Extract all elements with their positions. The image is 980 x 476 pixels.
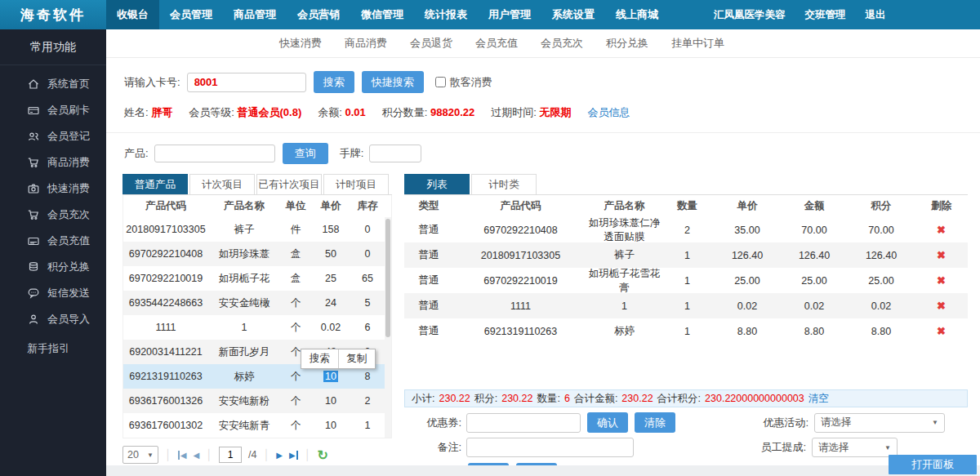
refresh-icon[interactable]: ↻ xyxy=(318,447,328,463)
table-row[interactable]: 6936176001302 安安纯新青 个 10 1 xyxy=(123,413,391,438)
hand-tag-input[interactable] xyxy=(369,145,421,162)
cell-qty: 1 xyxy=(661,250,714,261)
subnav-member-return[interactable]: 会员退货 xyxy=(410,36,452,51)
cell-code: 6936176001326 xyxy=(123,395,208,407)
product-search-input[interactable] xyxy=(154,145,275,162)
qty-label: 数量: xyxy=(537,392,559,406)
topnav-item-reports[interactable]: 统计报表 xyxy=(414,0,478,29)
tab-order-list[interactable]: 列表 xyxy=(404,174,470,194)
cell-points: 126.40 xyxy=(848,250,915,261)
sidebar-item-member-import[interactable]: 会员导入 xyxy=(0,306,106,332)
sidebar-item-swipe-card[interactable]: 会员刷卡 xyxy=(0,97,106,123)
tab-timed-items[interactable]: 计时项目 xyxy=(323,174,389,194)
page-size-value: 20 xyxy=(127,449,139,460)
cell-stock: 0 xyxy=(350,248,385,260)
table-row[interactable]: 6935442248663 安安金纯橄 个 24 5 xyxy=(123,291,391,315)
sidebar-item-points-exchange[interactable]: 积分兑换 xyxy=(0,254,106,280)
order-table-header: 类型 产品代码 产品名称 数量 单价 金额 积分 删除 xyxy=(404,195,968,217)
sidebar-item-sms-send[interactable]: 短信发送 xyxy=(0,280,106,306)
subnav-quick-consume[interactable]: 快速消费 xyxy=(279,36,322,51)
page-size-select[interactable]: 20 ▼ xyxy=(122,446,158,464)
cell-price: 10 xyxy=(311,371,350,382)
delete-icon[interactable]: ✖ xyxy=(915,300,968,312)
sidebar-item-home[interactable]: 系统首页 xyxy=(0,71,106,97)
topnav-item-products[interactable]: 商品管理 xyxy=(223,0,287,29)
first-page-button[interactable]: ◀ xyxy=(178,451,187,460)
promo-select[interactable]: 请选择 ▼ xyxy=(814,413,945,433)
table-row[interactable]: 1111 1 个 0.02 6 xyxy=(123,315,391,340)
cell-name: 如玥珍珠薏 xyxy=(208,247,280,261)
note-input[interactable] xyxy=(466,438,634,457)
cell-name: 1 xyxy=(588,300,661,312)
walkin-checkbox[interactable] xyxy=(435,77,446,87)
cell-price: 158 xyxy=(311,224,350,235)
member-info-link[interactable]: 会员信息 xyxy=(588,105,630,120)
topnav-item-users[interactable]: 用户管理 xyxy=(478,0,541,29)
cell-stock: 8 xyxy=(350,371,385,382)
card-number-input[interactable] xyxy=(187,73,306,92)
table-row[interactable]: 20180917103305 裤子 件 158 0 xyxy=(123,217,391,242)
chevron-down-icon: ▼ xyxy=(932,419,938,426)
tab-owned-count-items[interactable]: 已有计次项目 xyxy=(256,174,322,194)
subnav-held-orders[interactable]: 挂单中订单 xyxy=(671,36,724,51)
coupon-input[interactable] xyxy=(466,413,581,433)
subnav-recharge-times[interactable]: 会员充次 xyxy=(541,36,583,51)
table-row[interactable]: 6936176001326 安安纯新粉 个 10 2 xyxy=(123,389,391,413)
topnav-item-cashier[interactable]: 收银台 xyxy=(106,0,159,29)
cell-name: 标婷 xyxy=(208,370,280,384)
topnav-item-wechat[interactable]: 微信管理 xyxy=(350,0,414,29)
logout-link[interactable]: 退出 xyxy=(866,8,886,22)
tab-timed-class[interactable]: 计时类 xyxy=(471,174,537,194)
cell-code: 6920031411221 xyxy=(123,346,208,358)
sidebar-item-recharge-times[interactable]: 会员充次 xyxy=(0,202,106,228)
sidebar-item-label: 快速消费 xyxy=(47,181,90,196)
sidebar-item-member-register[interactable]: 会员登记 xyxy=(0,123,106,149)
page-number-input[interactable] xyxy=(219,447,242,463)
search-button[interactable]: 搜索 xyxy=(314,71,354,93)
delete-icon[interactable]: ✖ xyxy=(915,325,968,337)
sidebar-item-recharge-balance[interactable]: 会员充值 xyxy=(0,228,106,254)
member-expire-label: 过期时间: xyxy=(491,106,537,118)
delete-icon[interactable]: ✖ xyxy=(915,249,968,261)
clear-order-link[interactable]: 清空 xyxy=(808,392,829,406)
open-panel-button[interactable]: 打开面板 xyxy=(889,455,977,474)
clear-button[interactable]: 清除 xyxy=(635,412,675,433)
topnav-item-mall[interactable]: 线上商城 xyxy=(605,0,669,29)
topnav-item-marketing[interactable]: 会员营销 xyxy=(287,0,350,29)
next-page-button[interactable]: ▶ xyxy=(276,451,283,460)
chevron-down-icon: ▼ xyxy=(147,452,154,459)
delete-icon[interactable]: ✖ xyxy=(915,224,968,236)
subnav-points-exchange[interactable]: 积分兑换 xyxy=(606,36,648,51)
last-page-button[interactable]: ▶ xyxy=(289,451,298,460)
context-menu-search[interactable]: 搜索 xyxy=(301,349,339,368)
footer-strip xyxy=(106,465,980,476)
topnav-item-settings[interactable]: 系统设置 xyxy=(541,0,605,29)
topnav-item-members[interactable]: 会员管理 xyxy=(159,0,223,29)
total-value: 230.22 xyxy=(621,393,653,404)
member-level-value: 普通会员(0.8) xyxy=(238,106,302,118)
shift-management-link[interactable]: 交班管理 xyxy=(805,8,846,22)
subnav-recharge-balance[interactable]: 会员充值 xyxy=(475,36,518,51)
prev-page-button[interactable]: ◀ xyxy=(194,451,200,460)
staff-commission-select[interactable]: 请选择 ▼ xyxy=(812,438,898,457)
query-button[interactable]: 查询 xyxy=(283,143,328,164)
sidebar-item-beginner-guide[interactable]: 新手指引 xyxy=(0,332,106,356)
tab-count-items[interactable]: 计次项目 xyxy=(189,174,255,194)
scrollbar-thumb[interactable] xyxy=(385,219,390,337)
subnav-product-consume[interactable]: 商品消费 xyxy=(345,36,387,51)
context-menu-copy[interactable]: 复制 xyxy=(339,349,376,368)
tab-normal-products[interactable]: 普通产品 xyxy=(122,174,188,194)
cell-price: 8.80 xyxy=(714,326,781,337)
order-row: 普通 6970292210408 如玥珍珠薏仁净透面贴膜 2 35.00 70.… xyxy=(404,217,968,242)
cell-code: 6970292210019 xyxy=(123,273,208,284)
quick-search-button[interactable]: 快捷搜索 xyxy=(362,71,424,93)
cell-code: 6921319110263 xyxy=(123,371,208,382)
sidebar-item-product-consume[interactable]: 商品消费 xyxy=(0,149,106,176)
sidebar-item-quick-consume[interactable]: 快速消费 xyxy=(0,176,106,202)
confirm-button[interactable]: 确认 xyxy=(587,412,628,433)
selected-price-highlight: 10 xyxy=(323,371,338,382)
delete-icon[interactable]: ✖ xyxy=(915,274,968,287)
cell-price: 0.02 xyxy=(714,300,781,312)
table-row[interactable]: 6970292210019 如玥栀子花 盒 25 65 xyxy=(123,266,391,291)
table-row[interactable]: 6970292210408 如玥珍珠薏 盒 50 0 xyxy=(123,242,391,266)
